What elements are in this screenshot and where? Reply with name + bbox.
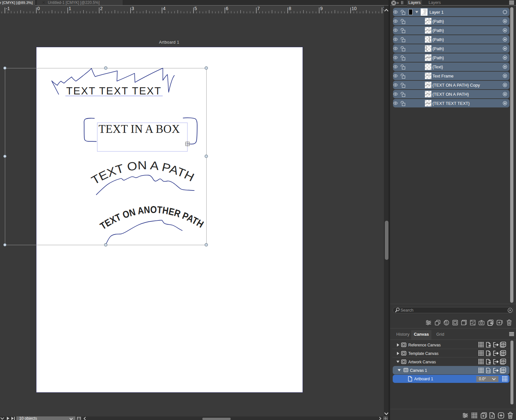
svg-text:TEXT TEXT TEXT: TEXT TEXT TEXT: [66, 85, 162, 97]
svg-text:TEXT ON ANOTHER PATH: TEXT ON ANOTHER PATH: [98, 204, 205, 231]
svg-text:TEXT ON A PATH: TEXT ON A PATH: [89, 158, 197, 187]
svg-text:TEXT IN A BOX: TEXT IN A BOX: [99, 123, 180, 135]
